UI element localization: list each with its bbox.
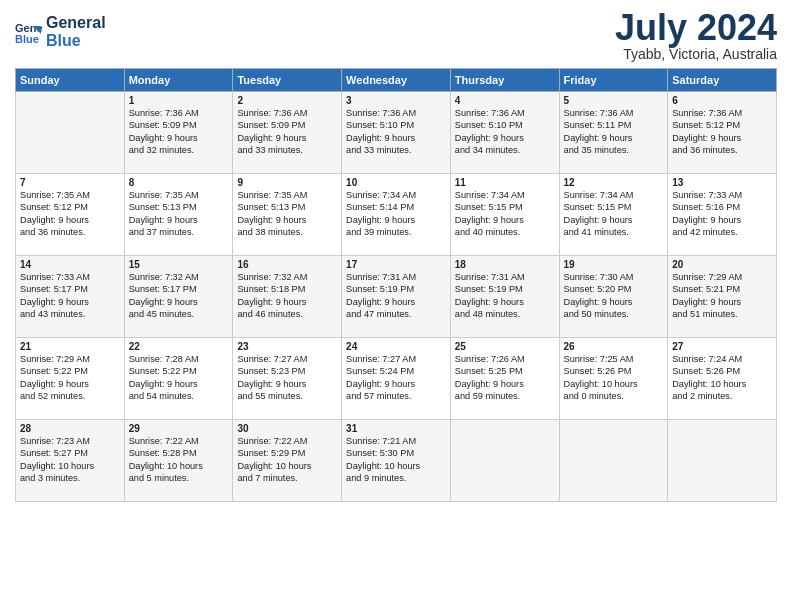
cell-text-line: Daylight: 9 hours <box>237 132 337 144</box>
cell-text-line: and 35 minutes. <box>564 144 664 156</box>
cell-text-line: Sunset: 5:26 PM <box>564 365 664 377</box>
day-number: 28 <box>20 423 120 434</box>
day-number: 13 <box>672 177 772 188</box>
calendar-week-5: 28Sunrise: 7:23 AMSunset: 5:27 PMDayligh… <box>16 420 777 502</box>
cell-text-line: Daylight: 9 hours <box>237 296 337 308</box>
calendar-table: SundayMondayTuesdayWednesdayThursdayFrid… <box>15 68 777 502</box>
header: General Blue General Blue July 2024 Tyab… <box>15 10 777 62</box>
day-number: 6 <box>672 95 772 106</box>
cell-text-line: Sunset: 5:21 PM <box>672 283 772 295</box>
day-number: 1 <box>129 95 229 106</box>
calendar-cell: 11Sunrise: 7:34 AMSunset: 5:15 PMDayligh… <box>450 174 559 256</box>
cell-text-line: Sunrise: 7:35 AM <box>129 189 229 201</box>
calendar-container: General Blue General Blue July 2024 Tyab… <box>0 0 792 612</box>
cell-text-line: and 2 minutes. <box>672 390 772 402</box>
calendar-week-2: 7Sunrise: 7:35 AMSunset: 5:12 PMDaylight… <box>16 174 777 256</box>
cell-text-line: Sunrise: 7:28 AM <box>129 353 229 365</box>
weekday-header-row: SundayMondayTuesdayWednesdayThursdayFrid… <box>16 69 777 92</box>
day-number: 23 <box>237 341 337 352</box>
cell-text-line: Daylight: 9 hours <box>20 296 120 308</box>
cell-text-line: Daylight: 9 hours <box>455 378 555 390</box>
cell-text-line: Sunrise: 7:34 AM <box>564 189 664 201</box>
calendar-cell: 16Sunrise: 7:32 AMSunset: 5:18 PMDayligh… <box>233 256 342 338</box>
cell-text-line: and 39 minutes. <box>346 226 446 238</box>
cell-text-line: and 7 minutes. <box>237 472 337 484</box>
day-number: 24 <box>346 341 446 352</box>
calendar-week-3: 14Sunrise: 7:33 AMSunset: 5:17 PMDayligh… <box>16 256 777 338</box>
calendar-cell: 5Sunrise: 7:36 AMSunset: 5:11 PMDaylight… <box>559 92 668 174</box>
cell-text-line: Daylight: 9 hours <box>346 378 446 390</box>
logo-blue: Blue <box>46 32 106 50</box>
calendar-week-4: 21Sunrise: 7:29 AMSunset: 5:22 PMDayligh… <box>16 338 777 420</box>
cell-text-line: Sunrise: 7:29 AM <box>20 353 120 365</box>
cell-text-line: and 0 minutes. <box>564 390 664 402</box>
logo-icon: General Blue <box>15 18 43 46</box>
cell-text-line: Sunrise: 7:36 AM <box>672 107 772 119</box>
calendar-cell: 29Sunrise: 7:22 AMSunset: 5:28 PMDayligh… <box>124 420 233 502</box>
day-number: 25 <box>455 341 555 352</box>
calendar-cell: 17Sunrise: 7:31 AMSunset: 5:19 PMDayligh… <box>342 256 451 338</box>
calendar-cell: 9Sunrise: 7:35 AMSunset: 5:13 PMDaylight… <box>233 174 342 256</box>
weekday-header-wednesday: Wednesday <box>342 69 451 92</box>
calendar-cell: 6Sunrise: 7:36 AMSunset: 5:12 PMDaylight… <box>668 92 777 174</box>
cell-text-line: Sunset: 5:10 PM <box>455 119 555 131</box>
calendar-cell: 15Sunrise: 7:32 AMSunset: 5:17 PMDayligh… <box>124 256 233 338</box>
calendar-header: SundayMondayTuesdayWednesdayThursdayFrid… <box>16 69 777 92</box>
cell-text-line: Sunset: 5:17 PM <box>129 283 229 295</box>
day-number: 18 <box>455 259 555 270</box>
cell-text-line: and 41 minutes. <box>564 226 664 238</box>
cell-text-line: and 50 minutes. <box>564 308 664 320</box>
day-number: 7 <box>20 177 120 188</box>
cell-text-line: Daylight: 10 hours <box>237 460 337 472</box>
cell-text-line: and 59 minutes. <box>455 390 555 402</box>
calendar-cell: 8Sunrise: 7:35 AMSunset: 5:13 PMDaylight… <box>124 174 233 256</box>
calendar-cell: 24Sunrise: 7:27 AMSunset: 5:24 PMDayligh… <box>342 338 451 420</box>
cell-text-line: Daylight: 9 hours <box>455 132 555 144</box>
cell-text-line: Sunrise: 7:32 AM <box>237 271 337 283</box>
cell-text-line: Daylight: 9 hours <box>237 378 337 390</box>
cell-text-line: Sunset: 5:16 PM <box>672 201 772 213</box>
day-number: 2 <box>237 95 337 106</box>
cell-text-line: and 9 minutes. <box>346 472 446 484</box>
cell-text-line: Daylight: 9 hours <box>20 378 120 390</box>
cell-text-line: Sunset: 5:12 PM <box>20 201 120 213</box>
cell-text-line: and 55 minutes. <box>237 390 337 402</box>
cell-text-line: Sunrise: 7:31 AM <box>455 271 555 283</box>
cell-text-line: Sunrise: 7:34 AM <box>455 189 555 201</box>
day-number: 5 <box>564 95 664 106</box>
cell-text-line: Daylight: 9 hours <box>564 296 664 308</box>
day-number: 14 <box>20 259 120 270</box>
cell-text-line: Sunrise: 7:36 AM <box>564 107 664 119</box>
day-number: 10 <box>346 177 446 188</box>
cell-text-line: and 57 minutes. <box>346 390 446 402</box>
day-number: 8 <box>129 177 229 188</box>
cell-text-line: and 51 minutes. <box>672 308 772 320</box>
cell-text-line: Daylight: 9 hours <box>346 296 446 308</box>
day-number: 31 <box>346 423 446 434</box>
cell-text-line: Daylight: 9 hours <box>455 296 555 308</box>
cell-text-line: and 42 minutes. <box>672 226 772 238</box>
calendar-cell: 25Sunrise: 7:26 AMSunset: 5:25 PMDayligh… <box>450 338 559 420</box>
cell-text-line: and 54 minutes. <box>129 390 229 402</box>
cell-text-line: Sunset: 5:10 PM <box>346 119 446 131</box>
weekday-header-monday: Monday <box>124 69 233 92</box>
cell-text-line: Sunrise: 7:26 AM <box>455 353 555 365</box>
calendar-cell: 26Sunrise: 7:25 AMSunset: 5:26 PMDayligh… <box>559 338 668 420</box>
cell-text-line: and 33 minutes. <box>346 144 446 156</box>
logo-general: General <box>46 14 106 32</box>
day-number: 16 <box>237 259 337 270</box>
calendar-week-1: 1Sunrise: 7:36 AMSunset: 5:09 PMDaylight… <box>16 92 777 174</box>
cell-text-line: Sunset: 5:11 PM <box>564 119 664 131</box>
cell-text-line: Sunset: 5:13 PM <box>129 201 229 213</box>
cell-text-line: Sunset: 5:23 PM <box>237 365 337 377</box>
calendar-cell: 13Sunrise: 7:33 AMSunset: 5:16 PMDayligh… <box>668 174 777 256</box>
day-number: 12 <box>564 177 664 188</box>
weekday-header-friday: Friday <box>559 69 668 92</box>
cell-text-line: Sunrise: 7:22 AM <box>129 435 229 447</box>
cell-text-line: Sunrise: 7:25 AM <box>564 353 664 365</box>
calendar-cell: 12Sunrise: 7:34 AMSunset: 5:15 PMDayligh… <box>559 174 668 256</box>
cell-text-line: Sunset: 5:27 PM <box>20 447 120 459</box>
cell-text-line: Daylight: 10 hours <box>564 378 664 390</box>
cell-text-line: Sunset: 5:12 PM <box>672 119 772 131</box>
cell-text-line: Sunrise: 7:31 AM <box>346 271 446 283</box>
